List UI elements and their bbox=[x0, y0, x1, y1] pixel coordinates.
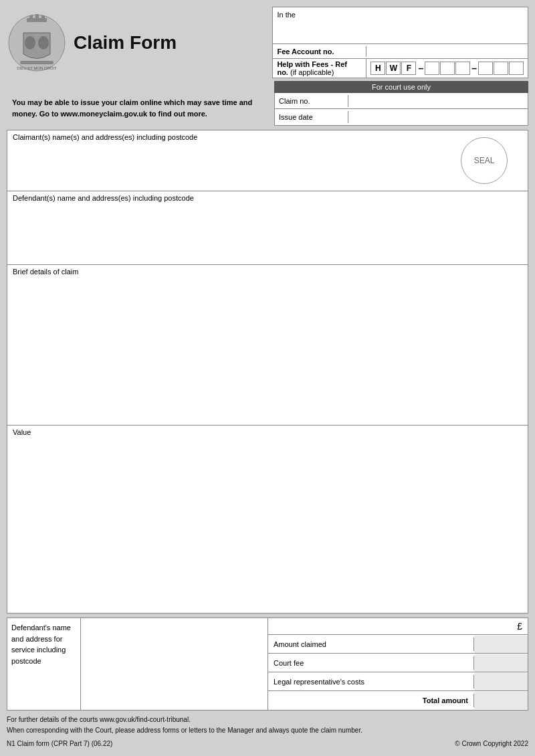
issue-date-label: Issue date bbox=[275, 111, 348, 123]
issue-date-row: Issue date bbox=[275, 109, 528, 125]
court-use-spacer bbox=[7, 81, 274, 93]
header-right: In the Fee Account no. Help with Fees - … bbox=[272, 7, 528, 78]
amount-claimed-row: Amount claimed bbox=[268, 635, 528, 654]
footer-bottom: N1 Claim form (CPR Part 7) (06.22) © Cro… bbox=[7, 739, 528, 749]
svg-text:DIEU ET MON DROIT: DIEU ET MON DROIT bbox=[17, 66, 57, 70]
in-the-label: In the bbox=[277, 11, 296, 19]
fee-account-row: Fee Account no. bbox=[273, 44, 528, 59]
total-amount-value[interactable] bbox=[474, 692, 528, 709]
hwf-ref-boxes-2 bbox=[478, 62, 524, 75]
legal-rep-label: Legal representative's costs bbox=[268, 675, 474, 688]
value-label: Value bbox=[7, 426, 528, 439]
fee-account-value[interactable] bbox=[366, 50, 528, 53]
page: DIEU ET MON DROIT Claim Form In the Fee … bbox=[0, 0, 535, 756]
svg-rect-2 bbox=[29, 15, 33, 19]
value-section: Value bbox=[7, 426, 528, 486]
claim-no-value[interactable] bbox=[348, 94, 528, 108]
footer-line2: When corresponding with the Court, pleas… bbox=[7, 725, 528, 736]
coat-of-arms-icon: DIEU ET MON DROIT bbox=[7, 13, 67, 73]
hwf-ref-box-6[interactable] bbox=[509, 62, 524, 75]
hwf-h-box: H bbox=[370, 62, 385, 75]
defendant-address-box[interactable] bbox=[81, 618, 268, 710]
footer: For further details of the courts www.go… bbox=[7, 715, 528, 749]
issue-date-value[interactable] bbox=[348, 110, 528, 124]
header: DIEU ET MON DROIT Claim Form In the Fee … bbox=[7, 7, 528, 78]
hwf-ref-boxes bbox=[425, 62, 470, 75]
pound-header: £ bbox=[268, 618, 528, 635]
seal-circle: SEAL bbox=[461, 137, 508, 184]
claimant-label: Claimant(s) name(s) and address(es) incl… bbox=[13, 133, 435, 141]
help-fees-row: Help with Fees - Refno. (if applicable) … bbox=[273, 59, 528, 78]
form-title: Claim Form bbox=[74, 32, 177, 54]
hwf-w-box: W bbox=[386, 62, 401, 75]
brief-details-section: Brief details of claim bbox=[7, 265, 528, 426]
hwf-ref-box-1[interactable] bbox=[425, 62, 439, 75]
claimant-text-area: Claimant(s) name(s) and address(es) incl… bbox=[7, 130, 441, 191]
amount-claimed-value[interactable] bbox=[474, 636, 528, 653]
online-notice: You may be able to issue your claim onli… bbox=[7, 93, 274, 126]
hwf-ref-box-3[interactable] bbox=[455, 62, 470, 75]
main-form-box: Claimant(s) name(s) and address(es) incl… bbox=[7, 130, 528, 613]
seal-text: SEAL bbox=[474, 156, 495, 165]
hwf-ref-box-2[interactable] bbox=[440, 62, 455, 75]
hwf-ref-box-4[interactable] bbox=[478, 62, 493, 75]
total-amount-row: Total amount bbox=[268, 691, 528, 710]
footer-left-note: N1 Claim form (CPR Part 7) (06.22) bbox=[7, 739, 112, 749]
footer-line1: For further details of the courts www.go… bbox=[7, 715, 528, 725]
defendant-service-col: Defendant's name and address for service… bbox=[7, 618, 81, 710]
fee-account-label: Fee Account no. bbox=[273, 46, 366, 57]
help-fees-boxes: H W F – – bbox=[366, 60, 528, 76]
svg-point-5 bbox=[25, 36, 35, 50]
online-notice-text: You may be able to issue your claim onli… bbox=[12, 98, 252, 118]
footer-right-note: © Crown Copyright 2022 bbox=[455, 739, 528, 749]
court-fee-row: Court fee bbox=[268, 654, 528, 672]
defendant-service-label: Defendant's name and address for service… bbox=[11, 624, 71, 665]
svg-rect-3 bbox=[35, 14, 39, 19]
claim-issue-table: Claim no. Issue date bbox=[274, 93, 528, 126]
svg-rect-4 bbox=[41, 15, 45, 19]
svg-rect-7 bbox=[20, 61, 54, 64]
claimant-section: Claimant(s) name(s) and address(es) incl… bbox=[7, 130, 528, 191]
svg-point-6 bbox=[38, 36, 49, 50]
bottom-area: Defendant's name and address for service… bbox=[7, 618, 528, 711]
header-left: DIEU ET MON DROIT Claim Form bbox=[7, 7, 272, 78]
hwf-dash2: – bbox=[471, 63, 477, 74]
claim-issue-area: You may be able to issue your claim onli… bbox=[7, 93, 528, 126]
court-fee-value[interactable] bbox=[474, 654, 528, 672]
hwf-dash1: – bbox=[418, 63, 423, 74]
help-fees-sub: (if applicable) bbox=[290, 68, 334, 76]
help-fees-label: Help with Fees - Refno. (if applicable) bbox=[273, 59, 366, 78]
court-use-only-banner: For court use only bbox=[274, 81, 528, 93]
legal-rep-row: Legal representative's costs bbox=[268, 672, 528, 691]
amount-claimed-label: Amount claimed bbox=[268, 638, 474, 651]
total-amount-label: Total amount bbox=[268, 694, 474, 707]
legal-rep-value[interactable] bbox=[474, 673, 528, 690]
defendant-section: Defendant(s) name and address(es) includ… bbox=[7, 191, 528, 265]
court-fee-label: Court fee bbox=[268, 656, 474, 670]
seal-area: SEAL bbox=[441, 130, 528, 191]
claim-no-label: Claim no. bbox=[275, 95, 348, 107]
in-the-section: In the bbox=[273, 7, 528, 44]
defendant-label: Defendant(s) name and address(es) includ… bbox=[7, 191, 528, 205]
court-use-row: For court use only bbox=[7, 81, 528, 93]
hwf-ref-box-5[interactable] bbox=[494, 62, 508, 75]
claim-no-row: Claim no. bbox=[275, 93, 528, 109]
brief-details-label: Brief details of claim bbox=[7, 265, 528, 278]
hwf-f-box: F bbox=[401, 62, 416, 75]
amounts-col: £ Amount claimed Court fee Legal represe… bbox=[268, 618, 528, 710]
